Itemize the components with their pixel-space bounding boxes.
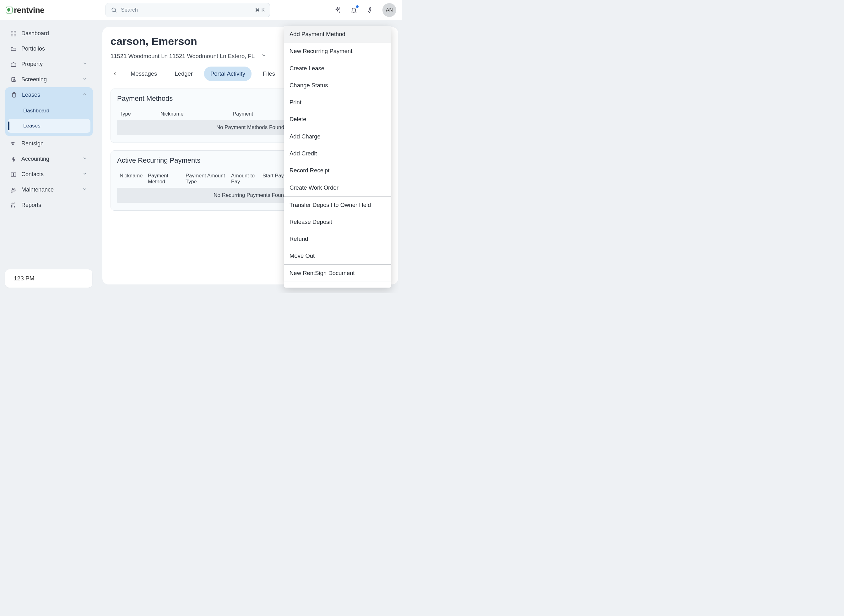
menu-item-label: New RentSign Document: [289, 270, 355, 276]
menu-item-add-charge[interactable]: Add Charge: [284, 128, 391, 145]
sidebar-item-portfolios[interactable]: Portfolios: [4, 41, 93, 57]
tab-messages[interactable]: Messages: [124, 67, 163, 81]
brand-text: rentvine: [14, 5, 44, 15]
brand-icon: [6, 7, 13, 13]
sidebar-sub-leases[interactable]: Leases: [7, 119, 90, 133]
sparkle-icon[interactable]: [333, 6, 342, 14]
tab-label: Files: [263, 70, 275, 77]
menu-item-refund[interactable]: Refund: [284, 230, 391, 247]
house-icon: [10, 61, 17, 67]
col-nickname: Nickname: [160, 111, 233, 117]
tab-label: Messages: [131, 70, 157, 77]
sidebar-item-label: Contacts: [21, 171, 44, 178]
avatar-initials: AN: [386, 7, 393, 13]
sidebar-item-contacts[interactable]: Contacts: [4, 167, 93, 182]
menu-item-label: Create Work Order: [289, 184, 339, 191]
search-wrap: Search ⌘ K: [106, 3, 270, 17]
sidebar-item-label: Portfolios: [21, 45, 45, 52]
menu-item-label: View Lease Custom Field Categories: [289, 287, 385, 287]
svg-point-2: [339, 8, 340, 9]
action-menu-scroll[interactable]: Add Payment Method New Recurring Payment…: [284, 26, 391, 287]
menu-item-record-receipt[interactable]: Record Receipt: [284, 162, 391, 179]
sidebar-item-label: Rentsign: [21, 140, 44, 147]
search-shortcut: ⌘ K: [255, 7, 265, 13]
notifications-icon[interactable]: [350, 6, 358, 14]
wrench-icon: [10, 187, 17, 193]
sidebar-item-accounting[interactable]: Accounting: [4, 151, 93, 167]
sidebar-sub-dashboard[interactable]: Dashboard: [7, 104, 90, 118]
svg-line-10: [15, 81, 16, 82]
col-payment-method: Payment Method: [148, 173, 186, 185]
action-menu: Add Payment Method New Recurring Payment…: [284, 26, 391, 287]
search-input[interactable]: Search ⌘ K: [106, 3, 270, 17]
menu-item-label: Release Deposit: [289, 219, 332, 225]
menu-item-delete[interactable]: Delete: [284, 111, 391, 128]
avatar[interactable]: AN: [382, 3, 396, 17]
tab-label: Portal Activity: [210, 70, 245, 77]
sidebar-item-label: Dashboard: [21, 30, 49, 37]
notification-dot: [356, 5, 358, 8]
menu-item-release-deposit[interactable]: Release Deposit: [284, 214, 391, 230]
sidebar-item-leases[interactable]: Leases: [5, 87, 93, 103]
chevron-down-icon: [82, 156, 87, 162]
menu-item-label: Add Credit: [289, 150, 317, 157]
sidebar-sub-label: Leases: [23, 123, 41, 129]
menu-item-label: Print: [289, 99, 301, 106]
menu-item-print[interactable]: Print: [284, 94, 391, 111]
menu-item-change-status[interactable]: Change Status: [284, 77, 391, 94]
menu-item-label: Add Payment Method: [289, 31, 345, 37]
menu-item-move-out[interactable]: Move Out: [284, 247, 391, 264]
search-placeholder: Search: [121, 7, 255, 13]
dollar-icon: [10, 156, 17, 162]
sidebar-item-label: Screening: [21, 76, 47, 83]
rocket-icon[interactable]: [366, 6, 374, 14]
svg-rect-7: [14, 34, 16, 36]
chevron-down-icon: [82, 76, 87, 83]
menu-item-view-lease-custom-fields[interactable]: View Lease Custom Field Categories: [284, 282, 391, 287]
menu-item-new-rentsign-doc[interactable]: New RentSign Document: [284, 265, 391, 282]
menu-item-label: Refund: [289, 235, 308, 242]
col-type: Type: [120, 111, 160, 117]
sidebar-item-reports[interactable]: Reports: [4, 198, 93, 213]
chart-icon: [10, 202, 17, 208]
chevron-down-icon: [82, 171, 87, 178]
col-amount-type: Payment Amount Type: [186, 173, 231, 185]
tab-files[interactable]: Files: [257, 67, 281, 81]
signature-icon: [10, 141, 17, 147]
brand-logo[interactable]: rentvine: [6, 5, 44, 15]
tab-ledger[interactable]: Ledger: [168, 67, 199, 81]
menu-item-transfer-deposit[interactable]: Transfer Deposit to Owner Held: [284, 197, 391, 214]
tab-portal-activity[interactable]: Portal Activity: [204, 67, 251, 81]
chevron-up-icon: [82, 92, 87, 98]
svg-rect-5: [14, 31, 16, 33]
sidebar-item-label: Property: [21, 61, 43, 67]
menu-item-label: Transfer Deposit to Owner Held: [289, 202, 371, 208]
search-icon: [111, 7, 117, 13]
folder-icon: [10, 46, 17, 52]
sidebar: Dashboard Portfolios Property Screening …: [0, 20, 97, 219]
sidebar-item-rentsign[interactable]: Rentsign: [4, 136, 93, 151]
time-text: 123 PM: [14, 275, 34, 282]
sidebar-item-screening[interactable]: Screening: [4, 72, 93, 87]
sidebar-item-label: Reports: [21, 202, 41, 208]
chevron-down-icon[interactable]: [261, 53, 267, 60]
svg-point-0: [112, 8, 116, 12]
chevron-down-icon: [82, 61, 87, 67]
menu-item-add-payment-method[interactable]: Add Payment Method: [284, 26, 391, 43]
book-icon: [10, 172, 17, 178]
menu-item-label: Record Receipt: [289, 167, 330, 174]
sidebar-item-dashboard[interactable]: Dashboard: [4, 26, 93, 41]
menu-item-add-credit[interactable]: Add Credit: [284, 145, 391, 162]
menu-item-create-work-order[interactable]: Create Work Order: [284, 179, 391, 196]
menu-item-new-recurring-payment[interactable]: New Recurring Payment: [284, 43, 391, 60]
sidebar-item-label: Maintenance: [21, 186, 54, 193]
menu-item-create-lease[interactable]: Create Lease: [284, 60, 391, 77]
sidebar-item-maintenance[interactable]: Maintenance: [4, 182, 93, 198]
col-amount-to-pay: Amount to Pay: [231, 173, 263, 185]
menu-item-label: Add Charge: [289, 133, 321, 140]
tab-back-icon[interactable]: [110, 71, 119, 76]
svg-rect-6: [11, 34, 13, 36]
sidebar-item-property[interactable]: Property: [4, 57, 93, 72]
svg-line-1: [115, 11, 116, 13]
menu-item-label: New Recurring Payment: [289, 48, 352, 54]
